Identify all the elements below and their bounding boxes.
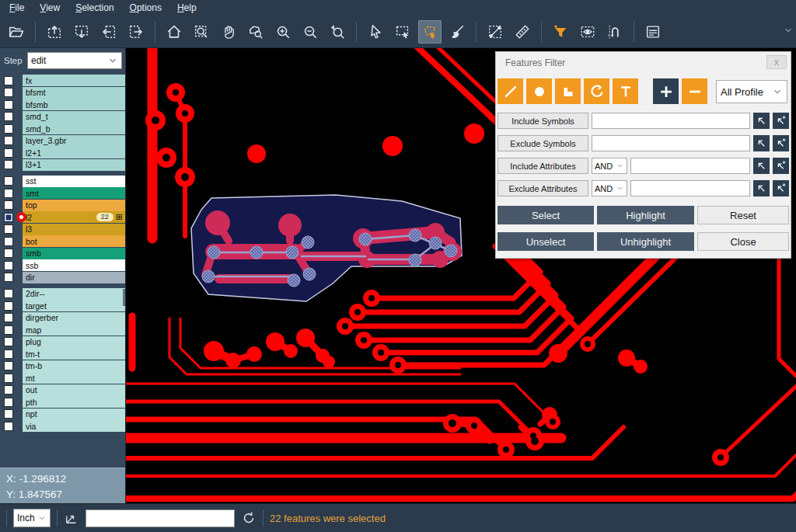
layer-row[interactable]: fx bbox=[0, 75, 125, 86]
toolbar-button[interactable] bbox=[576, 20, 599, 43]
toolbar-button[interactable] bbox=[217, 20, 240, 43]
feature-type-button[interactable] bbox=[653, 78, 679, 104]
toolbar-button[interactable] bbox=[97, 20, 120, 43]
layer-row[interactable]: bfsmt bbox=[0, 87, 125, 99]
filter-value-input[interactable] bbox=[630, 180, 750, 196]
pick-add-from-canvas-button[interactable] bbox=[773, 135, 789, 151]
layer-name-bar[interactable]: l2+1 bbox=[23, 147, 125, 158]
layer-visibility-checkbox[interactable] bbox=[4, 148, 13, 158]
grid-icon[interactable]: ⊞ bbox=[116, 213, 123, 221]
layer-visibility-checkbox[interactable] bbox=[4, 136, 13, 145]
feature-type-button[interactable] bbox=[613, 78, 638, 104]
filter-row-label-button[interactable]: Include Attributes bbox=[498, 158, 588, 174]
layer-name-bar[interactable]: sst bbox=[23, 176, 125, 187]
layer-visibility-checkbox[interactable] bbox=[4, 224, 13, 234]
layer-name-bar[interactable]: l2 22 ⊞ bbox=[23, 211, 125, 223]
layer-row[interactable]: pth bbox=[0, 396, 125, 408]
toolbar-button[interactable] bbox=[326, 20, 349, 43]
layer-row[interactable]: l2+1 bbox=[0, 147, 125, 158]
layer-visibility-checkbox[interactable] bbox=[4, 325, 13, 335]
layer-name-bar[interactable]: l3+1 bbox=[23, 159, 125, 171]
toolbar-button[interactable] bbox=[244, 20, 267, 43]
filter-value-input[interactable] bbox=[630, 158, 750, 174]
layer-row[interactable]: sst bbox=[0, 176, 125, 187]
layer-visibility-checkbox[interactable] bbox=[4, 100, 13, 110]
layer-visibility-checkbox[interactable] bbox=[4, 422, 13, 431]
layer-name-bar[interactable]: top bbox=[23, 200, 125, 211]
toolbar-button[interactable] bbox=[541, 22, 542, 42]
toolbar-button[interactable] bbox=[418, 20, 442, 43]
layer-row[interactable]: tm-t bbox=[0, 348, 125, 360]
layer-visibility-checkbox[interactable] bbox=[4, 385, 13, 395]
toolbar-button[interactable] bbox=[35, 22, 36, 42]
layer-row[interactable]: map bbox=[0, 324, 125, 336]
dialog-action-button[interactable]: Reset bbox=[697, 206, 789, 224]
layer-name-bar[interactable]: dirgerber bbox=[23, 312, 125, 324]
feature-type-button[interactable] bbox=[682, 78, 707, 104]
toolbar-button[interactable] bbox=[603, 20, 627, 43]
close-icon[interactable]: x bbox=[766, 55, 787, 69]
layer-name-bar[interactable]: bfsmb bbox=[23, 99, 125, 110]
pick-from-canvas-button[interactable] bbox=[753, 180, 770, 196]
layer-name-bar[interactable]: target bbox=[23, 300, 125, 311]
layer-visibility-checkbox[interactable] bbox=[4, 313, 13, 322]
layer-row[interactable]: dir bbox=[0, 272, 125, 283]
pick-add-from-canvas-button[interactable] bbox=[773, 180, 789, 196]
command-input[interactable] bbox=[86, 509, 235, 527]
menu-item[interactable]: File bbox=[2, 1, 32, 15]
menu-item[interactable]: Options bbox=[122, 1, 169, 15]
and-or-select[interactable]: AND bbox=[592, 158, 627, 174]
layer-visibility-checkbox[interactable] bbox=[4, 261, 13, 270]
layer-visibility-checkbox[interactable] bbox=[4, 112, 13, 121]
toolbar-button[interactable] bbox=[364, 20, 387, 43]
layer-row[interactable]: dirgerber bbox=[0, 312, 125, 324]
layer-name-bar[interactable]: smd_b bbox=[23, 123, 125, 134]
units-select[interactable]: Inch bbox=[13, 509, 51, 527]
dialog-titlebar[interactable]: Features Filter x bbox=[496, 52, 791, 72]
layer-name-bar[interactable]: via bbox=[23, 420, 125, 432]
profile-select[interactable]: All Profile bbox=[716, 80, 787, 103]
dialog-action-button[interactable]: Unselect bbox=[498, 232, 594, 251]
layer-name-bar[interactable]: map bbox=[23, 324, 125, 336]
layer-row[interactable]: smd_b bbox=[0, 123, 125, 134]
filter-value-input[interactable] bbox=[592, 113, 750, 129]
layer-visibility-checkbox[interactable] bbox=[4, 76, 13, 85]
layer-row[interactable]: ssb bbox=[0, 259, 125, 271]
layer-visibility-checkbox[interactable] bbox=[4, 200, 13, 210]
toolbar-button[interactable] bbox=[162, 20, 186, 43]
toolbar-button[interactable] bbox=[484, 20, 507, 43]
feature-type-button[interactable] bbox=[526, 78, 552, 104]
layer-visibility-checkbox[interactable] bbox=[4, 213, 13, 222]
layer-name-bar[interactable]: mt bbox=[23, 372, 125, 384]
layer-row[interactable]: l2 22 ⊞ bbox=[0, 211, 125, 223]
step-select[interactable]: edit bbox=[27, 52, 122, 69]
layer-visibility-checkbox[interactable] bbox=[4, 176, 13, 186]
layer-row[interactable]: bfsmb bbox=[0, 99, 125, 110]
toolbar-overflow-chevron-icon[interactable] bbox=[783, 25, 794, 36]
layer-row[interactable]: smb bbox=[0, 248, 125, 259]
sidebar-scrollbar[interactable] bbox=[123, 289, 125, 306]
layer-row[interactable]: top bbox=[0, 200, 125, 211]
layer-name-bar[interactable]: bot bbox=[23, 235, 125, 247]
sync-icon[interactable] bbox=[241, 510, 257, 526]
layer-row[interactable]: 2dir-- bbox=[0, 288, 125, 300]
toolbar-button[interactable] bbox=[124, 20, 148, 43]
layer-row[interactable]: smt bbox=[0, 187, 125, 199]
layer-name-bar[interactable]: out bbox=[23, 384, 125, 396]
toolbar-button[interactable] bbox=[641, 20, 665, 43]
pick-add-from-canvas-button[interactable] bbox=[773, 113, 789, 129]
feature-type-button[interactable] bbox=[584, 78, 609, 104]
toolbar-button[interactable] bbox=[271, 20, 295, 43]
toolbar-button[interactable] bbox=[190, 20, 213, 43]
layer-row[interactable]: smd_t bbox=[0, 111, 125, 123]
and-or-select[interactable]: AND bbox=[592, 180, 627, 196]
menu-item[interactable]: Selection bbox=[68, 1, 121, 15]
layer-name-bar[interactable]: l3 bbox=[23, 224, 125, 235]
layer-visibility-checkbox[interactable] bbox=[4, 349, 13, 359]
layer-visibility-checkbox[interactable] bbox=[4, 409, 13, 419]
dialog-action-button[interactable]: Close bbox=[697, 232, 789, 251]
menu-item[interactable]: Help bbox=[169, 1, 204, 15]
layer-visibility-checkbox[interactable] bbox=[4, 374, 13, 383]
toolbar-button[interactable] bbox=[391, 20, 414, 43]
layer-visibility-checkbox[interactable] bbox=[4, 301, 13, 311]
